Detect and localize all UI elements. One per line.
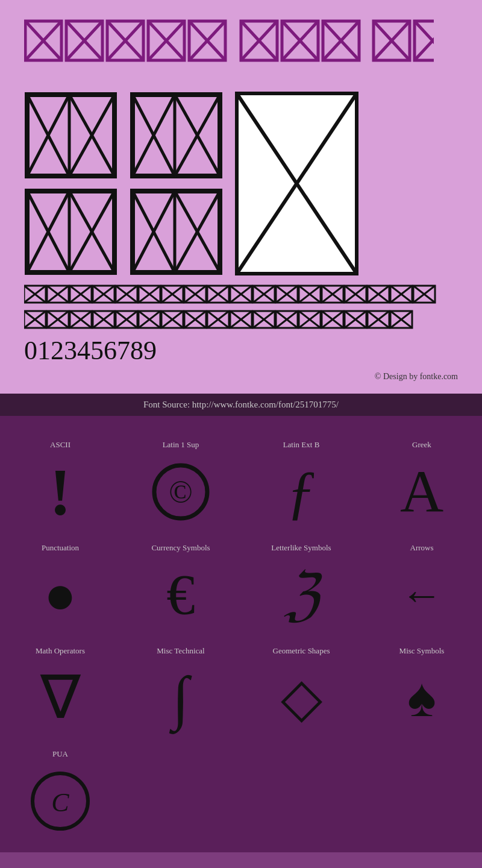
- font-title: [24, 18, 458, 74]
- latin1sup-symbol: ©: [151, 459, 211, 525]
- svg-text:C: C: [51, 788, 69, 817]
- greek-symbol: Α: [400, 459, 443, 525]
- ascii-symbol: !: [49, 459, 72, 525]
- letterlike-symbol: ℨ: [284, 562, 319, 628]
- glyph-box-2: [130, 92, 223, 179]
- glyph-box-1: [24, 92, 117, 179]
- pua-label: PUA: [52, 749, 68, 759]
- ascii-label: ASCII: [50, 440, 70, 450]
- char-cell-latin1sup: Latin 1 Sup ©: [120, 428, 241, 531]
- arrows-label: Arrows: [410, 543, 434, 553]
- miscsymbols-symbol: ♠: [407, 665, 436, 731]
- currency-symbol: €: [166, 562, 195, 628]
- geoshapes-symbol: ◇: [281, 665, 322, 731]
- sample-numbers: 0123456789: [24, 335, 458, 366]
- letterlike-label: Letterlike Symbols: [271, 543, 331, 553]
- miscsymbols-label: Misc Symbols: [399, 646, 445, 656]
- char-cell-empty-1: [120, 737, 241, 840]
- copyright-text: © Design by fontke.com: [24, 372, 458, 382]
- char-cell-empty-2: [241, 737, 362, 840]
- char-cell-pua: PUA C: [0, 737, 120, 840]
- geoshapes-label: Geometric Shapes: [273, 646, 330, 656]
- arrows-symbol: ←: [401, 562, 443, 628]
- char-cell-mathops: Math Operators ∇: [0, 634, 120, 737]
- char-cell-geoshapes: Geometric Shapes ◇: [241, 634, 362, 737]
- latin1sup-label: Latin 1 Sup: [163, 440, 199, 450]
- char-cell-empty-3: [362, 737, 482, 840]
- divider-strip: Font Source: http://www.fontke.com/font/…: [0, 394, 482, 416]
- misctech-symbol: ∫: [172, 665, 189, 731]
- char-cell-arrows: Arrows ←: [362, 531, 482, 634]
- glyph-box-4: [130, 188, 223, 275]
- top-section: 0123456789 © Design by fontke.com: [0, 0, 482, 394]
- char-cell-misctech: Misc Technical ∫: [120, 634, 241, 737]
- currency-label: Currency Symbols: [151, 543, 210, 553]
- latinextb-symbol: ƒ: [286, 459, 316, 525]
- latinextb-label: Latin Ext B: [283, 440, 320, 450]
- char-cell-letterlike: Letterlike Symbols ℨ: [241, 531, 362, 634]
- char-grid: ASCII ! Latin 1 Sup © Latin Ext B ƒ Gree…: [0, 428, 482, 840]
- mathops-symbol: ∇: [40, 665, 81, 731]
- bottom-section: ASCII ! Latin 1 Sup © Latin Ext B ƒ Gree…: [0, 416, 482, 852]
- char-cell-miscsymbols: Misc Symbols ♠: [362, 634, 482, 737]
- char-cell-greek: Greek Α: [362, 428, 482, 531]
- mathops-label: Math Operators: [36, 646, 85, 656]
- sample-text-block: 0123456789: [24, 285, 458, 366]
- font-source-text: Font Source: http://www.fontke.com/font/…: [12, 400, 470, 410]
- misctech-label: Misc Technical: [157, 646, 204, 656]
- glyph-box-large: [235, 92, 358, 275]
- punctuation-label: Punctuation: [42, 543, 79, 553]
- svg-line-29: [415, 21, 434, 60]
- glyph-box-3: [24, 188, 117, 275]
- greek-label: Greek: [412, 440, 431, 450]
- char-cell-currency: Currency Symbols €: [120, 531, 241, 634]
- sample-line-1: [24, 285, 446, 304]
- punctuation-symbol: ●: [44, 562, 77, 628]
- pua-symbol: C: [29, 768, 92, 834]
- char-cell-latinextb: Latin Ext B ƒ: [241, 428, 362, 531]
- sample-line-2: [24, 310, 446, 329]
- char-cell-punctuation: Punctuation ●: [0, 531, 120, 634]
- char-cell-ascii: ASCII !: [0, 428, 120, 531]
- svg-text:©: ©: [169, 474, 193, 509]
